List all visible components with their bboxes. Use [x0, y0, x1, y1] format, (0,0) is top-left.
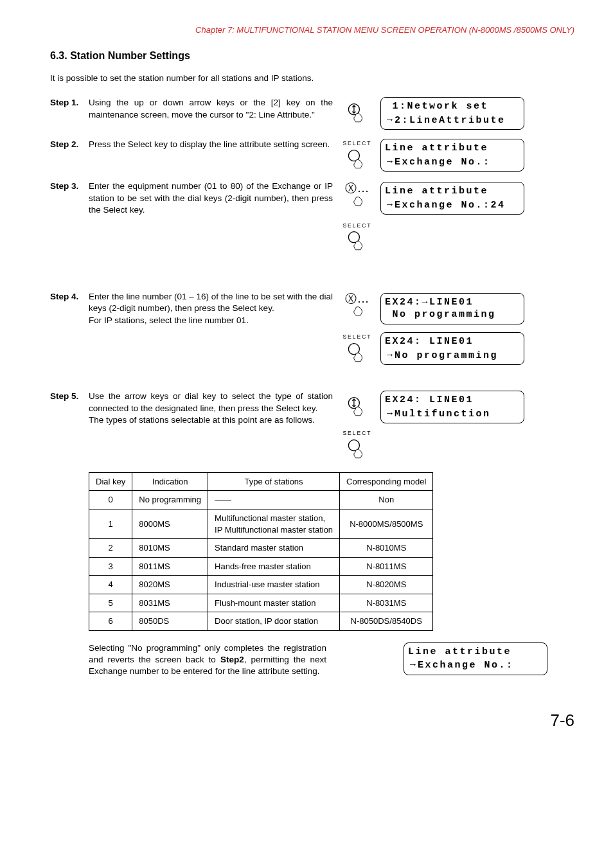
lcd1-line1: 1:Network set [385, 101, 488, 112]
arrow-icon [408, 660, 418, 671]
lcd2-line2: Exchange No.: [395, 157, 491, 168]
table-row: 48020MSIndustrial-use master stationN-80… [89, 576, 433, 594]
step-4-body1: Enter the line number (01 – 16) of the l… [89, 292, 333, 313]
lcd-screen-3: Line attribute Exchange No.:24 [380, 182, 524, 215]
table-cell: 8000MS [132, 509, 208, 538]
table-cell: Flush-mount master station [208, 594, 340, 612]
step-5-body: Use the arrow keys or dial key to select… [89, 391, 333, 426]
table-cell: 8011MS [132, 557, 208, 576]
table-cell: Standard master station [208, 539, 340, 558]
select-label: SELECT [342, 430, 371, 437]
step-1-body: Using the up or down arrow keys or the [… [89, 97, 333, 120]
station-types-table: Dial key Indication Type of stations Cor… [89, 472, 433, 631]
step-3-body: Enter the equipment number (01 to 80) of… [89, 181, 333, 216]
step-2-row: Step 2. Press the Select key to display … [50, 139, 574, 172]
step-2-body: Press the Select key to display the line… [89, 139, 333, 150]
arrow-icon [385, 200, 395, 211]
press-hand-icon [346, 304, 368, 326]
table-cell: Industrial-use master station [208, 576, 340, 594]
table-cell: 3 [89, 557, 132, 576]
section-title: 6.3. Station Number Settings [50, 49, 574, 63]
lcd-screen-6: EX24: LINE01 Multifunction [380, 391, 524, 423]
table-cell: No programming [132, 491, 208, 509]
table-cell: N-8031MS [340, 594, 433, 612]
press-select-icon [346, 342, 368, 364]
arrow-icon [385, 157, 395, 168]
bottom-note: Selecting "No programming" only complete… [89, 642, 326, 678]
lcd5-line2: No programming [395, 350, 498, 361]
lcd4-line2: No programming [385, 309, 496, 320]
lcd5-line1: EX24: LINE01 [385, 336, 474, 347]
press-arrow-icon [346, 396, 368, 418]
step-5-body1: Use the arrow keys or dial key to select… [89, 391, 333, 412]
step-4-label: Step 4. [50, 291, 89, 303]
table-cell: Door station, IP door station [208, 612, 340, 631]
press-hand-icon [346, 194, 368, 216]
step-3-label: Step 3. [50, 181, 89, 192]
step-4-body: Enter the line number (01 – 16) of the l… [89, 291, 333, 326]
bottom-text-bold: Step2 [220, 655, 244, 664]
lcd7-line2: Exchange No.: [418, 660, 514, 671]
press-select-icon [346, 439, 368, 461]
chapter-header: Chapter 7: MULTIFUNCTIONAL STATION MENU … [50, 24, 574, 36]
press-arrow-icon [346, 103, 368, 125]
table-row: 18000MSMultifunctional master station,IP… [89, 509, 433, 538]
table-cell: 0 [89, 491, 132, 509]
step-4-row: Step 4. Enter the line number (01 – 16) … [50, 291, 574, 365]
lcd7-line1: Line attribute [408, 646, 511, 657]
step-2-label: Step 2. [50, 139, 89, 150]
table-cell: Hands-free master station [208, 557, 340, 576]
lcd-screen-5: EX24: LINE01 No programming [380, 332, 524, 365]
step-5-row: Step 5. Use the arrow keys or dial key t… [50, 391, 574, 460]
arrow-icon [385, 115, 395, 126]
lcd3-line1: Line attribute [385, 186, 488, 197]
table-cell: 8031MS [132, 594, 208, 612]
lcd-screen-1: 1:Network set 2:LineAttribute [380, 97, 524, 130]
step-5-label: Step 5. [50, 391, 89, 402]
th-type: Type of stations [208, 472, 340, 491]
bottom-block: Selecting "No programming" only complete… [50, 642, 574, 678]
step-1-label: Step 1. [50, 97, 89, 109]
lcd-screen-7: Line attribute Exchange No.: [404, 642, 547, 675]
table-cell: 8010MS [132, 539, 208, 558]
step-4-body2: For IP stations, select the line number … [89, 315, 249, 325]
table-cell: 6 [89, 612, 132, 631]
table-cell: N-8010MS [340, 539, 433, 558]
select-label: SELECT [342, 222, 371, 229]
table-cell: N-8020MS [340, 576, 433, 594]
lcd3-line2: Exchange No.:24 [395, 200, 506, 211]
table-row: 58031MSFlush-mount master stationN-8031M… [89, 594, 433, 612]
table-cell: 5 [89, 594, 132, 612]
step-5-body2: The types of stations selectable at this… [89, 415, 315, 425]
lcd2-line1: Line attribute [385, 143, 488, 154]
lcd6-line2: Multifunction [395, 409, 491, 420]
table-cell: 8020MS [132, 576, 208, 594]
select-label: SELECT [342, 333, 371, 341]
table-cell: 4 [89, 576, 132, 594]
table-row: 0No programming——Non [89, 491, 433, 509]
step-3-row: Step 3. Enter the equipment number (01 t… [50, 181, 574, 252]
table-cell: 8050DS [132, 612, 208, 631]
intro-text: It is possible to set the station number… [50, 73, 574, 84]
lcd-screen-2: Line attribute Exchange No.: [380, 139, 524, 172]
th-indication: Indication [132, 472, 208, 491]
lcd-screen-4: EX24:→LINE01 No programming [380, 293, 524, 324]
th-model: Corresponding model [340, 472, 433, 491]
table-row: 68050DSDoor station, IP door stationN-80… [89, 612, 433, 631]
table-cell: 1 [89, 509, 132, 538]
table-cell: N-8050DS/8540DS [340, 612, 433, 631]
lcd1-line2: 2:LineAttribute [395, 115, 506, 126]
press-select-icon [346, 231, 368, 252]
table-row: 28010MSStandard master stationN-8010MS [89, 539, 433, 558]
step-1-row: Step 1. Using the up or down arrow keys … [50, 97, 574, 130]
page-number: 7-6 [50, 709, 574, 732]
lcd6-line1: EX24: LINE01 [385, 394, 474, 405]
table-cell: Multifunctional master station,IP Multif… [208, 509, 340, 538]
table-cell: N-8000MS/8500MS [340, 509, 433, 538]
table-cell: —— [208, 491, 340, 509]
table-cell: N-8011MS [340, 557, 433, 576]
arrow-icon [385, 350, 395, 361]
select-label: SELECT [342, 140, 371, 147]
table-header-row: Dial key Indication Type of stations Cor… [89, 472, 433, 491]
press-select-icon [346, 149, 368, 171]
